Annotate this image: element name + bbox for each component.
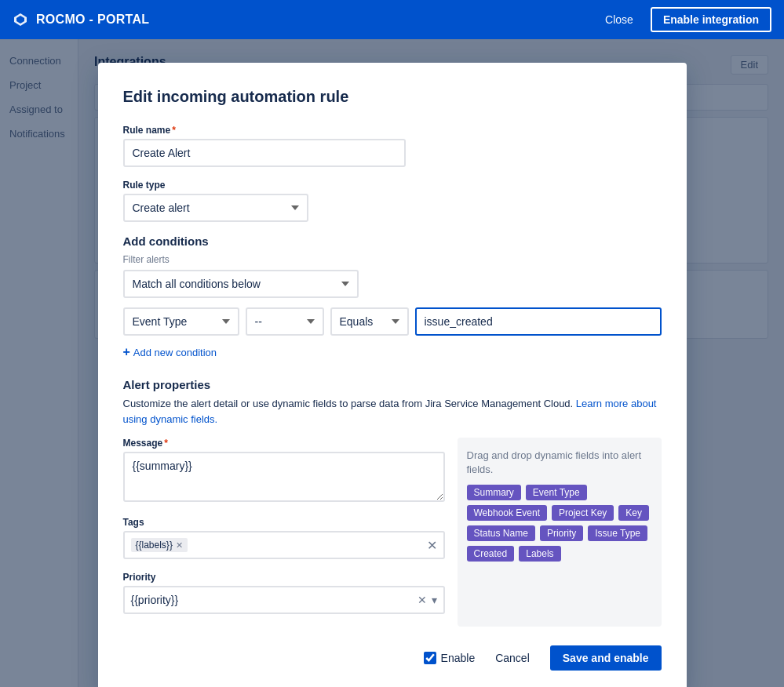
rocmo-logo-icon bbox=[13, 12, 28, 27]
enable-checkbox-label[interactable]: Enable bbox=[424, 652, 476, 664]
match-conditions-select[interactable]: Match all conditions below Match any con… bbox=[123, 270, 359, 298]
message-textarea[interactable]: {{summary}} bbox=[123, 452, 445, 502]
event-value-input[interactable] bbox=[415, 307, 662, 336]
priority-value: {{priority}} bbox=[131, 594, 418, 606]
rule-type-field: Rule type Create alert Ignore Close aler… bbox=[123, 180, 662, 222]
message-label: Message * bbox=[123, 438, 445, 449]
close-button[interactable]: Close bbox=[596, 9, 643, 31]
dynamic-tag-key[interactable]: Key bbox=[618, 505, 649, 521]
drag-drop-description: Drag and drop dynamic fields into alert … bbox=[467, 449, 652, 477]
alert-properties-left: Message * {{summary}} Tags {{labels}} ✕ … bbox=[123, 438, 445, 627]
message-required: * bbox=[164, 438, 168, 449]
priority-input[interactable]: {{priority}} ✕ ▾ bbox=[123, 586, 445, 614]
topbar-left: ROCMO - PORTAL bbox=[13, 12, 149, 27]
save-enable-button[interactable]: Save and enable bbox=[550, 645, 662, 671]
tags-label: Tags bbox=[123, 517, 445, 528]
tags-clear-icon[interactable]: ✕ bbox=[427, 538, 437, 553]
priority-chevron-icon[interactable]: ▾ bbox=[432, 594, 437, 606]
priority-clear-icon[interactable]: ✕ bbox=[418, 594, 427, 606]
dynamic-tag-labels[interactable]: Labels bbox=[519, 546, 560, 562]
alert-properties-layout: Message * {{summary}} Tags {{labels}} ✕ … bbox=[123, 438, 662, 627]
remove-labels-chip[interactable]: ✕ bbox=[176, 540, 183, 551]
rule-type-label: Rule type bbox=[123, 180, 662, 191]
required-indicator: * bbox=[172, 125, 176, 136]
enable-integration-button[interactable]: Enable integration bbox=[651, 7, 771, 32]
topbar: ROCMO - PORTAL Close Enable integration bbox=[0, 0, 784, 39]
dynamic-tag-issue-type[interactable]: Issue Type bbox=[588, 525, 647, 541]
tags-field: Tags {{labels}} ✕ ✕ bbox=[123, 517, 445, 559]
event-type-select[interactable]: Event Type bbox=[123, 307, 239, 336]
modal-overlay: Edit incoming automation rule Rule name … bbox=[0, 39, 784, 687]
plus-icon: + bbox=[123, 345, 130, 359]
cancel-button[interactable]: Cancel bbox=[484, 647, 541, 669]
dynamic-tag-event-type[interactable]: Event Type bbox=[526, 485, 587, 500]
dynamic-tag-created[interactable]: Created bbox=[467, 546, 515, 562]
alert-properties-title: Alert properties bbox=[123, 378, 662, 391]
conditions-row: Event Type -- Equals bbox=[123, 307, 662, 336]
topbar-right: Close Enable integration bbox=[596, 7, 771, 32]
modal-footer: Enable Cancel Save and enable bbox=[123, 645, 662, 671]
enable-checkbox[interactable] bbox=[424, 652, 436, 664]
priority-field: Priority {{priority}} ✕ ▾ bbox=[123, 572, 445, 614]
rule-name-input[interactable] bbox=[123, 139, 406, 167]
add-conditions-section: Add conditions Filter alerts Match all c… bbox=[123, 234, 662, 362]
add-condition-button[interactable]: + Add new condition bbox=[123, 342, 217, 362]
priority-label: Priority bbox=[123, 572, 445, 583]
app-title: ROCMO - PORTAL bbox=[36, 13, 149, 27]
rule-name-field: Rule name * bbox=[123, 125, 662, 167]
labels-chip: {{labels}} ✕ bbox=[131, 538, 188, 552]
rule-name-label: Rule name * bbox=[123, 125, 662, 136]
filter-alerts-label: Filter alerts bbox=[123, 254, 662, 265]
equals-select[interactable]: Equals bbox=[330, 307, 409, 336]
dynamic-tag-status-name[interactable]: Status Name bbox=[467, 525, 535, 541]
alert-properties-desc: Customize the alert detail or use dynami… bbox=[123, 396, 662, 427]
message-field: Message * {{summary}} bbox=[123, 438, 445, 504]
dynamic-tag-project-key[interactable]: Project Key bbox=[552, 505, 614, 521]
dynamic-tag-priority[interactable]: Priority bbox=[540, 525, 583, 541]
edit-rule-modal: Edit incoming automation rule Rule name … bbox=[98, 63, 687, 687]
tags-input[interactable]: {{labels}} ✕ ✕ bbox=[123, 531, 445, 559]
modal-title: Edit incoming automation rule bbox=[123, 88, 662, 106]
dynamic-fields-list: Summary Event Type Webhook Event Project… bbox=[467, 485, 652, 562]
add-conditions-title: Add conditions bbox=[123, 234, 662, 248]
rule-type-select[interactable]: Create alert Ignore Close alert Acknowle… bbox=[123, 194, 308, 222]
dynamic-tag-webhook-event[interactable]: Webhook Event bbox=[467, 505, 548, 521]
dash-select[interactable]: -- bbox=[246, 307, 324, 336]
dynamic-fields-panel: Drag and drop dynamic fields into alert … bbox=[458, 438, 662, 627]
dynamic-tag-summary[interactable]: Summary bbox=[467, 485, 521, 500]
